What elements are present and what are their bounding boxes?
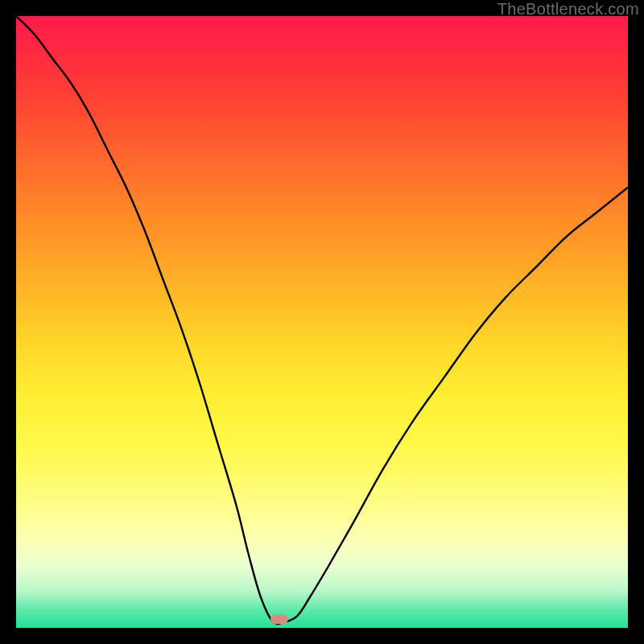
curve-path — [16, 16, 628, 624]
bottleneck-curve — [16, 16, 628, 628]
chart-stage: TheBottleneck.com — [0, 0, 644, 644]
plot-area — [16, 16, 628, 628]
optimum-marker — [270, 614, 288, 624]
